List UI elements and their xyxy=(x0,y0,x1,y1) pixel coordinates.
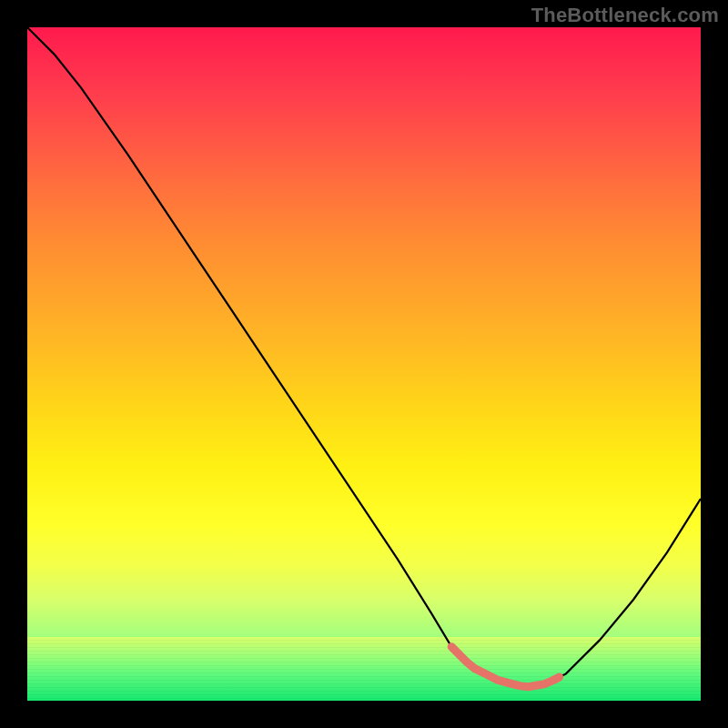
bottleneck-curve xyxy=(27,27,701,687)
chart-container: TheBottleneck.com xyxy=(0,0,728,728)
curve-layer xyxy=(27,27,701,701)
optimal-range-highlight xyxy=(451,647,559,687)
plot-area xyxy=(27,27,701,701)
attribution-text: TheBottleneck.com xyxy=(531,4,719,27)
